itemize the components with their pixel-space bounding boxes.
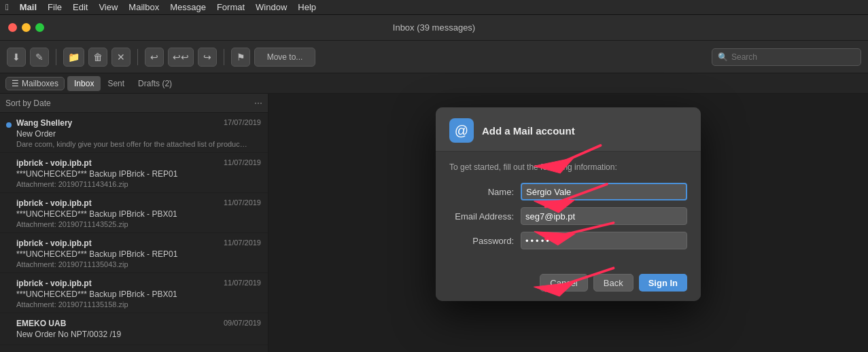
minimize-button[interactable] <box>22 23 31 32</box>
message-subject: ***UNCHECKED*** Backup IPBrick - PBX01 <box>16 289 261 299</box>
inbox-tab-label: Inbox <box>74 79 94 88</box>
message-subject: ***UNCHECKED*** Backup IPBrick - PBX01 <box>16 209 261 219</box>
modal-title: Add a Mail account <box>482 125 575 137</box>
menu-window[interactable]: Window <box>256 2 287 12</box>
junk-button[interactable]: ✕ <box>111 48 131 67</box>
list-item[interactable]: ipbrick - voip.ipb.pt 11/07/2019 ***UNCH… <box>0 153 268 193</box>
menu-mail[interactable]: Mail <box>20 2 37 12</box>
toolbar-separator-2 <box>137 49 138 65</box>
message-attachment: Attachment: 20190711143416.zip <box>16 180 261 188</box>
message-attachment: Attachment: 20190711135158.zip <box>16 300 261 309</box>
toolbar: ⬇ ✎ 📁 🗑 ✕ ↩ ↩↩ ↪ ⚑ Move to... 🔍 Search <box>0 41 868 73</box>
menu-help[interactable]: Help <box>298 2 316 12</box>
message-sender: ipbrick - voip.ipb.pt <box>16 239 92 248</box>
sort-bar: Sort by Date ⋯ <box>0 94 268 113</box>
flag-button[interactable]: ⚑ <box>231 48 250 67</box>
search-icon: 🔍 <box>718 52 728 62</box>
delete-button[interactable]: 🗑 <box>88 48 107 67</box>
reply-button[interactable]: ↩ <box>145 48 164 67</box>
compose-button[interactable]: ✎ <box>30 48 49 67</box>
tab-inbox[interactable]: Inbox <box>67 76 101 91</box>
menubar:  Mail File Edit View Mailbox Message Fo… <box>0 0 868 15</box>
archive-button[interactable]: 📁 <box>63 48 84 67</box>
cancel-button[interactable]: Cancel <box>540 274 587 292</box>
message-sender: ipbrick - voip.ipb.pt <box>16 158 92 168</box>
sent-tab-label: Sent <box>107 79 124 88</box>
tab-sent[interactable]: Sent <box>101 76 131 91</box>
menu-mailbox[interactable]: Mailbox <box>128 2 159 12</box>
name-row: Name: <box>449 183 687 200</box>
message-attachment: Attachment: 20190711143525.zip <box>16 220 261 228</box>
signin-button[interactable]: Sign In <box>639 274 687 292</box>
message-header: ipbrick - voip.ipb.pt 11/07/2019 <box>16 239 261 248</box>
name-input[interactable] <box>521 183 687 200</box>
message-sender: ipbrick - voip.ipb.pt <box>16 279 92 288</box>
modal-subtitle: To get started, fill out the following i… <box>449 162 687 172</box>
mailboxes-label: Mailboxes <box>22 79 58 88</box>
message-date: 11/07/2019 <box>224 239 261 248</box>
get-mail-button[interactable]: ⬇ <box>7 48 26 67</box>
message-subject: New Order No NPT/0032 /19 <box>16 330 261 339</box>
back-button[interactable]: Back <box>593 274 633 292</box>
apple-menu[interactable]:  <box>5 2 9 12</box>
email-label: Email Address: <box>449 211 521 222</box>
message-sender: Wang Shellery <box>16 118 72 128</box>
message-header: EMEKO UAB 09/07/2019 <box>16 319 261 328</box>
message-subject: ***UNCHECKED*** Backup IPBrick - REP01 <box>16 249 261 259</box>
modal-header: @ Add a Mail account <box>436 107 701 152</box>
message-date: 11/07/2019 <box>224 279 261 288</box>
move-to-button[interactable]: Move to... <box>254 48 315 67</box>
window-title: Inbox (39 messages) <box>393 22 475 33</box>
forward-button[interactable]: ↪ <box>198 48 217 67</box>
password-row: Password: <box>449 232 687 249</box>
right-panel: No Message Selected @ Add a Mail account… <box>268 94 868 352</box>
window-controls <box>8 23 44 32</box>
menu-message[interactable]: Message <box>170 2 206 12</box>
message-sender: EMEKO UAB <box>16 319 66 328</box>
drafts-tab-label: Drafts (2) <box>138 79 172 88</box>
search-placeholder: Search <box>731 52 757 62</box>
message-attachment: Attachment: 20190711135043.zip <box>16 260 261 268</box>
message-date: 11/07/2019 <box>224 198 261 208</box>
toolbar-separator-1 <box>56 49 56 65</box>
list-item[interactable]: ipbrick - voip.ipb.pt 11/07/2019 ***UNCH… <box>0 193 268 233</box>
close-button[interactable] <box>8 23 17 32</box>
search-bar[interactable]: 🔍 Search <box>712 48 861 66</box>
message-date: 17/07/2019 <box>224 118 261 128</box>
tabbar: ☰ Mailboxes Inbox Sent Drafts (2) <box>0 73 868 94</box>
sidebar: Sort by Date ⋯ Wang Shellery 17/07/2019 … <box>0 94 268 352</box>
email-input[interactable] <box>521 207 687 225</box>
message-list: Wang Shellery 17/07/2019 New Order Dare … <box>0 113 268 352</box>
message-sender: ipbrick - voip.ipb.pt <box>16 198 92 208</box>
name-label: Name: <box>449 187 521 197</box>
message-header: ipbrick - voip.ipb.pt 11/07/2019 <box>16 198 261 208</box>
list-item[interactable]: ipbrick - voip.ipb.pt 11/07/2019 ***UNCH… <box>0 273 268 313</box>
menu-file[interactable]: File <box>48 2 62 12</box>
message-preview: Dare ccom, kindly give your best offer f… <box>16 140 247 148</box>
tab-drafts[interactable]: Drafts (2) <box>131 76 179 91</box>
modal-dialog: @ Add a Mail account To get started, fil… <box>436 107 701 301</box>
menu-format[interactable]: Format <box>217 2 245 12</box>
message-header: ipbrick - voip.ipb.pt 11/07/2019 <box>16 158 261 168</box>
titlebar: Inbox (39 messages) <box>0 15 868 41</box>
reply-all-button[interactable]: ↩↩ <box>168 48 194 67</box>
modal-footer: Cancel Back Sign In <box>436 267 701 301</box>
sort-options-icon[interactable]: ⋯ <box>254 99 262 108</box>
message-subject: ***UNCHECKED*** Backup IPBrick - REP01 <box>16 169 261 179</box>
list-item[interactable]: EMEKO UAB 09/07/2019 New Order No NPT/00… <box>0 313 268 345</box>
mailboxes-icon: ☰ <box>12 79 19 88</box>
message-date: 09/07/2019 <box>224 319 261 328</box>
mail-account-icon: @ <box>449 118 474 143</box>
maximize-button[interactable] <box>35 23 44 32</box>
message-header: Wang Shellery 17/07/2019 <box>16 118 261 128</box>
menu-view[interactable]: View <box>99 2 118 12</box>
main-content: Sort by Date ⋯ Wang Shellery 17/07/2019 … <box>0 94 868 352</box>
password-input[interactable] <box>521 232 687 249</box>
menu-edit[interactable]: Edit <box>73 2 88 12</box>
list-item[interactable]: ipbrick - voip.ipb.pt 11/07/2019 ***UNCH… <box>0 233 268 273</box>
sort-label[interactable]: Sort by Date <box>5 99 51 108</box>
list-item[interactable]: Wang Shellery 17/07/2019 New Order Dare … <box>0 113 268 153</box>
tab-mailboxes[interactable]: ☰ Mailboxes <box>5 77 65 90</box>
email-row: Email Address: <box>449 207 687 225</box>
password-label: Password: <box>449 236 521 246</box>
